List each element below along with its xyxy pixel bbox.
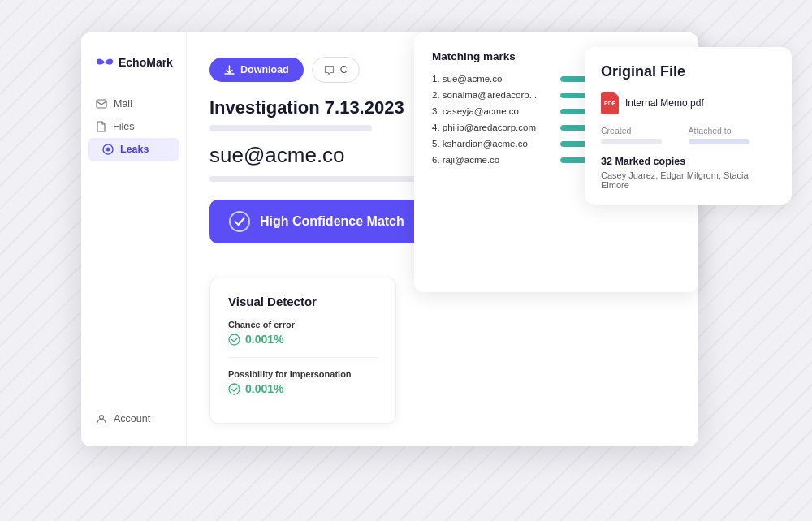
download-label: Download <box>240 64 289 75</box>
chance-error-value: 0.001% <box>228 333 378 346</box>
sidebar-item-leaks[interactable]: Leaks <box>88 138 179 161</box>
impersonation-value: 0.001% <box>228 382 378 395</box>
svg-point-4 <box>229 334 240 345</box>
mail-icon <box>96 99 107 109</box>
logo-icon <box>96 55 114 70</box>
mark-email-0: 1. sue@acme.co <box>432 74 554 84</box>
marks-title: Matching marks <box>432 50 516 62</box>
download-icon <box>224 65 235 75</box>
logo-text: EchoMark <box>119 56 173 69</box>
sub-line-2 <box>209 176 421 182</box>
files-icon <box>96 121 106 132</box>
attached-col: Attached to <box>689 126 776 144</box>
chance-error-label: Chance of error <box>228 320 378 329</box>
confidence-badge: High Confidence Match <box>209 200 429 243</box>
svg-point-5 <box>229 384 240 394</box>
mark-email-3: 4. philip@aredacorp.com <box>432 123 554 132</box>
pdf-icon: PDF <box>601 92 619 114</box>
mark-email-4: 5. kshardian@acme.co <box>432 139 554 149</box>
download-button[interactable]: Download <box>209 58 304 82</box>
detector-card: Visual Detector Chance of error 0.001% P… <box>209 278 396 424</box>
created-value-bar <box>601 139 662 144</box>
comment-label: C <box>340 64 348 75</box>
original-file-panel: Original File PDF Internal Memo.pdf Crea… <box>585 47 792 205</box>
mark-email-1: 2. sonalma@aredacorp... <box>432 90 554 100</box>
sidebar-item-mail[interactable]: Mail <box>81 93 186 115</box>
mark-email-5: 6. raji@acme.co <box>432 155 554 165</box>
sidebar-files-label: Files <box>113 121 134 132</box>
copies-title: 32 Marked copies <box>601 156 775 167</box>
logo: EchoMark <box>81 55 188 93</box>
created-col: Created <box>601 126 689 144</box>
leaks-icon <box>102 144 114 155</box>
attached-to-label: Attached to <box>689 126 776 136</box>
impersonation-number: 0.001% <box>245 382 283 395</box>
account-label: Account <box>114 413 150 424</box>
account-item[interactable]: Account <box>81 407 165 430</box>
file-name: Internal Memo.pdf <box>625 97 704 109</box>
sub-line-1 <box>209 125 372 131</box>
copies-names: Casey Juarez, Edgar Milgrom, Stacia Elmo… <box>601 170 775 190</box>
detector-title: Visual Detector <box>228 295 378 308</box>
copies-section: 32 Marked copies Casey Juarez, Edgar Mil… <box>601 156 775 190</box>
svg-point-2 <box>106 148 110 152</box>
meta-row: Created Attached to <box>601 126 775 144</box>
sidebar-leaks-label: Leaks <box>120 144 149 155</box>
confidence-text: High Confidence Match <box>260 214 404 229</box>
comment-button[interactable]: C <box>312 57 360 83</box>
check-green-icon <box>228 334 240 346</box>
chance-error-number: 0.001% <box>245 333 283 346</box>
checkmark-icon <box>234 217 245 226</box>
account-icon <box>96 413 107 424</box>
sidebar: EchoMark Mail Files Leaks <box>81 32 187 446</box>
sidebar-item-files[interactable]: Files <box>81 115 186 138</box>
mark-email-2: 3. caseyja@acme.co <box>432 106 554 116</box>
comment-icon <box>324 65 335 75</box>
attached-value-bar <box>689 139 749 144</box>
file-row: PDF Internal Memo.pdf <box>601 92 775 114</box>
sidebar-mail-label: Mail <box>114 98 132 110</box>
check-circle <box>229 211 250 232</box>
impersonation-label: Possibility for impersonation <box>228 369 378 379</box>
svg-rect-0 <box>97 100 106 108</box>
orig-file-title: Original File <box>601 63 775 80</box>
detector-divider <box>228 357 378 358</box>
check-green-icon-2 <box>228 383 240 395</box>
created-label: Created <box>601 126 689 136</box>
